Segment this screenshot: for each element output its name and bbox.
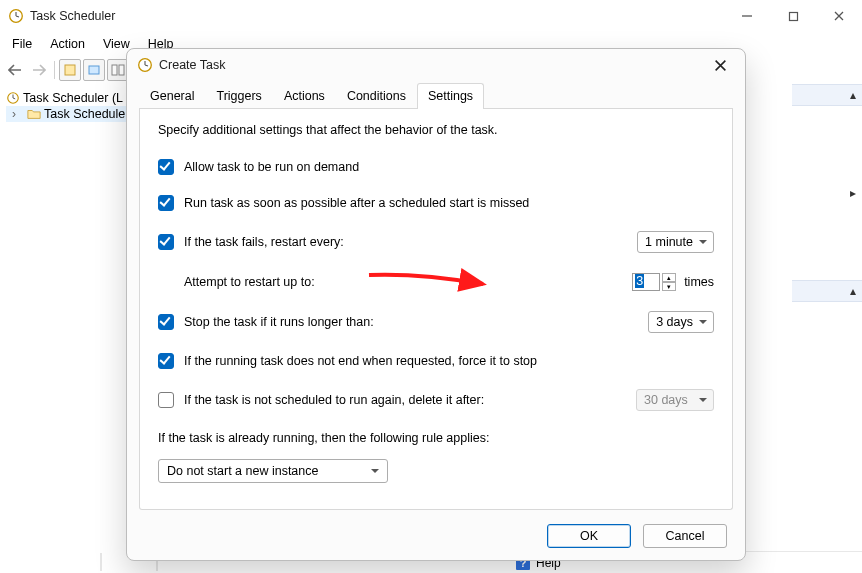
delete-after-checkbox[interactable]: [158, 392, 174, 408]
allow-demand-checkbox[interactable]: [158, 159, 174, 175]
stop-longer-label: Stop the task if it runs longer than:: [184, 315, 374, 329]
collapse-icon: ▴: [850, 284, 856, 298]
delete-after-select: 30 days: [636, 389, 714, 411]
restart-interval-select[interactable]: 1 minute: [637, 231, 714, 253]
tab-settings[interactable]: Settings: [417, 83, 484, 109]
maximize-button[interactable]: [770, 0, 816, 32]
tree-expand-icon[interactable]: ›: [12, 107, 24, 121]
collapse-icon: ▴: [850, 88, 856, 102]
tabs: General Triggers Actions Conditions Sett…: [139, 83, 733, 109]
attempt-count-spinner[interactable]: ▴▾: [662, 273, 676, 291]
force-stop-checkbox[interactable]: [158, 353, 174, 369]
toolbar-btn-1[interactable]: [59, 59, 81, 81]
svg-rect-3: [89, 66, 99, 74]
minimize-button[interactable]: [724, 0, 770, 32]
cancel-button[interactable]: Cancel: [643, 524, 727, 548]
submenu-icon: ▸: [850, 186, 856, 200]
rule-label: If the task is already running, then the…: [158, 431, 489, 445]
actions-pane-middle[interactable]: ▸: [792, 108, 862, 278]
attempt-upto-label: Attempt to restart up to:: [184, 275, 315, 289]
stop-longer-checkbox[interactable]: [158, 314, 174, 330]
nav-forward-button[interactable]: [28, 59, 50, 81]
menu-file[interactable]: File: [4, 34, 40, 54]
attempt-count-input[interactable]: 3: [632, 273, 660, 291]
toolbar-btn-2[interactable]: [83, 59, 105, 81]
attempt-suffix: times: [684, 275, 714, 289]
actions-pane-header-1[interactable]: ▴: [792, 84, 862, 106]
tree-child-label: Task Schedule: [44, 107, 125, 121]
clock-icon: [8, 8, 24, 24]
run-asap-checkbox[interactable]: [158, 195, 174, 211]
menu-action[interactable]: Action: [42, 34, 93, 54]
run-asap-label: Run task as soon as possible after a sch…: [184, 196, 529, 210]
ok-button[interactable]: OK: [547, 524, 631, 548]
tab-triggers[interactable]: Triggers: [205, 83, 272, 109]
tab-conditions[interactable]: Conditions: [336, 83, 417, 109]
rule-select[interactable]: Do not start a new instance: [158, 459, 388, 483]
restart-every-checkbox[interactable]: [158, 234, 174, 250]
svg-rect-1: [789, 12, 797, 20]
tree-root-label: Task Scheduler (L: [23, 91, 123, 105]
dialog-titlebar: Create Task: [127, 49, 745, 81]
dialog-title: Create Task: [159, 58, 225, 72]
nav-back-button[interactable]: [4, 59, 26, 81]
dialog-close-button[interactable]: [701, 51, 739, 79]
clock-icon: [6, 91, 20, 105]
svg-rect-5: [119, 65, 124, 75]
create-task-dialog: Create Task General Triggers Actions Con…: [126, 48, 746, 561]
svg-rect-2: [65, 65, 75, 75]
folder-icon: [27, 107, 41, 121]
svg-rect-4: [112, 65, 117, 75]
settings-caption: Specify additional settings that affect …: [158, 123, 714, 137]
settings-panel: Specify additional settings that affect …: [139, 109, 733, 510]
parent-title: Task Scheduler: [30, 9, 115, 23]
delete-after-label: If the task is not scheduled to run agai…: [184, 393, 484, 407]
tab-general[interactable]: General: [139, 83, 205, 109]
allow-demand-label: Allow task to be run on demand: [184, 160, 359, 174]
actions-pane-header-2[interactable]: ▴: [792, 280, 862, 302]
stop-longer-select[interactable]: 3 days: [648, 311, 714, 333]
clock-icon: [137, 57, 153, 73]
force-stop-label: If the running task does not end when re…: [184, 354, 537, 368]
parent-titlebar: Task Scheduler: [0, 0, 862, 32]
close-button[interactable]: [816, 0, 862, 32]
tab-actions[interactable]: Actions: [273, 83, 336, 109]
restart-every-label: If the task fails, restart every:: [184, 235, 344, 249]
